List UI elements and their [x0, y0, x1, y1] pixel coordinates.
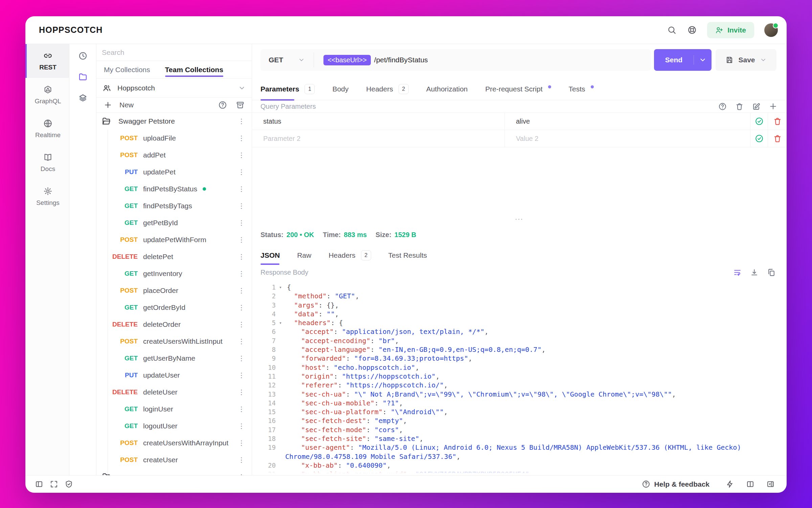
- rail-history-button[interactable]: [75, 48, 91, 64]
- kebab-menu-icon[interactable]: [236, 422, 246, 430]
- kebab-menu-icon[interactable]: [236, 185, 246, 193]
- sidebar-item-rest[interactable]: REST: [25, 44, 69, 78]
- invite-button[interactable]: Invite: [707, 22, 754, 38]
- new-collection-button[interactable]: [102, 99, 114, 111]
- collections-search[interactable]: Search: [96, 44, 252, 61]
- request-item-deletePet[interactable]: DELETEdeletePet: [96, 248, 252, 265]
- response-tab-headers[interactable]: Headers2: [329, 247, 371, 264]
- shortcuts-button[interactable]: [722, 477, 737, 492]
- tab-body[interactable]: Body: [332, 78, 348, 100]
- kebab-menu-icon[interactable]: [236, 320, 246, 329]
- params-add-button[interactable]: [767, 100, 779, 112]
- sidebar-item-docs[interactable]: Docs: [25, 146, 69, 179]
- request-item-getOrderById[interactable]: GETgetOrderById: [96, 299, 252, 316]
- kebab-menu-icon[interactable]: [236, 456, 246, 464]
- param-toggle-button[interactable]: [750, 113, 768, 130]
- collections-tab-team-collections[interactable]: Team Collections: [165, 61, 223, 78]
- request-item-placeOrder[interactable]: POSTplaceOrder: [96, 282, 252, 299]
- wrap-lines-button[interactable]: [731, 266, 743, 278]
- send-button[interactable]: Send: [654, 49, 712, 71]
- download-response-button[interactable]: [748, 266, 760, 278]
- request-item-createUser[interactable]: POSTcreateUser: [96, 451, 252, 468]
- request-item-updatePet[interactable]: PUTupdatePet: [96, 164, 252, 181]
- request-item-getInventory[interactable]: GETgetInventory: [96, 265, 252, 282]
- fullscreen-button[interactable]: [46, 477, 61, 492]
- collection-folder[interactable]: Swagger Petstore: [96, 113, 252, 130]
- search-button[interactable]: [664, 22, 679, 38]
- response-tab-json[interactable]: JSON: [261, 247, 280, 264]
- rail-collections-button[interactable]: [75, 69, 91, 85]
- kebab-menu-icon[interactable]: [236, 388, 246, 397]
- response-tab-test-results[interactable]: Test Results: [388, 247, 427, 264]
- request-item-loginUser[interactable]: GETloginUser: [96, 401, 252, 418]
- support-button[interactable]: [684, 22, 700, 38]
- kebab-menu-icon[interactable]: [236, 337, 246, 346]
- request-item-createUsersWithListInput[interactable]: POSTcreateUsersWithListInput: [96, 333, 252, 350]
- param-delete-button[interactable]: [768, 130, 787, 147]
- kebab-menu-icon[interactable]: [236, 219, 246, 227]
- kebab-menu-icon[interactable]: [236, 236, 246, 244]
- request-item-updateUser[interactable]: PUTupdateUser: [96, 367, 252, 384]
- request-item-createUsersWithArrayInput[interactable]: POSTcreateUsersWithArrayInput: [96, 435, 252, 451]
- kebab-menu-icon[interactable]: [236, 270, 246, 278]
- request-item-findPetsByTags[interactable]: GETfindPetsByTags: [96, 197, 252, 214]
- fold-arrow-icon[interactable]: ▾: [276, 318, 285, 327]
- request-item-uploadFile[interactable]: POSTuploadFile: [96, 130, 252, 147]
- sidebar-item-realtime[interactable]: Realtime: [25, 112, 69, 146]
- params-clear-all-button[interactable]: [733, 100, 745, 112]
- avatar[interactable]: [764, 23, 778, 37]
- kebab-menu-icon[interactable]: [236, 287, 246, 295]
- column-layout-button[interactable]: [743, 477, 758, 492]
- kebab-menu-icon[interactable]: [236, 354, 246, 363]
- pane-resize-handle[interactable]: …: [252, 213, 787, 220]
- collapse-right-panel-button[interactable]: [763, 477, 778, 492]
- request-item-findPetsByStatus[interactable]: GETfindPetsByStatus: [96, 181, 252, 197]
- kebab-menu-icon[interactable]: [236, 202, 246, 210]
- kebab-menu-icon[interactable]: [236, 134, 246, 143]
- kebab-menu-icon[interactable]: [236, 151, 246, 160]
- kebab-menu-icon[interactable]: [236, 405, 246, 414]
- help-feedback-button[interactable]: Help & feedback: [642, 480, 709, 488]
- kebab-menu-icon[interactable]: [236, 253, 246, 261]
- param-key-input[interactable]: status: [252, 113, 505, 130]
- request-item-getPetById[interactable]: GETgetPetById: [96, 214, 252, 231]
- request-item-getUserByName[interactable]: GETgetUserByName: [96, 350, 252, 367]
- interceptor-button[interactable]: [61, 477, 76, 492]
- param-key-input[interactable]: Parameter 2: [252, 130, 505, 147]
- param-value-input[interactable]: alive: [505, 113, 750, 130]
- import-export-button[interactable]: [234, 99, 246, 111]
- request-item-logoutUser[interactable]: GETlogoutUser: [96, 418, 252, 435]
- tab-parameters[interactable]: Parameters1: [261, 78, 315, 100]
- param-delete-button[interactable]: [768, 113, 787, 130]
- kebab-menu-icon[interactable]: [236, 371, 246, 380]
- params-bulk-edit-button[interactable]: [750, 100, 762, 112]
- kebab-menu-icon[interactable]: [236, 439, 246, 447]
- collections-help-button[interactable]: [217, 99, 229, 111]
- sidebar-item-graphql[interactable]: GraphQL: [25, 78, 69, 112]
- kebab-menu-icon[interactable]: [236, 303, 246, 312]
- kebab-menu-icon[interactable]: [236, 473, 246, 475]
- param-toggle-button[interactable]: [750, 130, 768, 147]
- response-body-code[interactable]: 1▾{2"method": "GET",3"args": {},4"data":…: [252, 283, 787, 475]
- team-selector[interactable]: Hoppscotch: [96, 79, 252, 98]
- method-select[interactable]: GET: [261, 56, 314, 64]
- kebab-menu-icon[interactable]: [236, 168, 246, 176]
- copy-response-button[interactable]: [765, 266, 777, 278]
- sidebar-item-settings[interactable]: Settings: [25, 179, 69, 213]
- fold-arrow-icon[interactable]: ▾: [276, 283, 285, 292]
- rail-environments-button[interactable]: [75, 90, 91, 106]
- collection-folder-clipped[interactable]: [96, 468, 252, 475]
- tab-authorization[interactable]: Authorization: [426, 78, 468, 100]
- tab-tests[interactable]: Tests: [569, 78, 594, 100]
- request-item-deleteOrder[interactable]: DELETEdeleteOrder: [96, 316, 252, 333]
- save-button[interactable]: Save: [716, 49, 776, 71]
- request-item-addPet[interactable]: POSTaddPet: [96, 147, 252, 164]
- url-input[interactable]: <<baseUrl>> /pet/findByStatus: [314, 55, 428, 65]
- param-value-input[interactable]: Value 2: [505, 130, 750, 147]
- toggle-sidebar-button[interactable]: [31, 477, 46, 492]
- tab-headers[interactable]: Headers2: [366, 78, 408, 100]
- tab-pre-request-script[interactable]: Pre-request Script: [485, 78, 551, 100]
- params-help-button[interactable]: [716, 100, 728, 112]
- collections-tab-my-collections[interactable]: My Collections: [104, 61, 150, 78]
- response-tab-raw[interactable]: Raw: [297, 247, 311, 264]
